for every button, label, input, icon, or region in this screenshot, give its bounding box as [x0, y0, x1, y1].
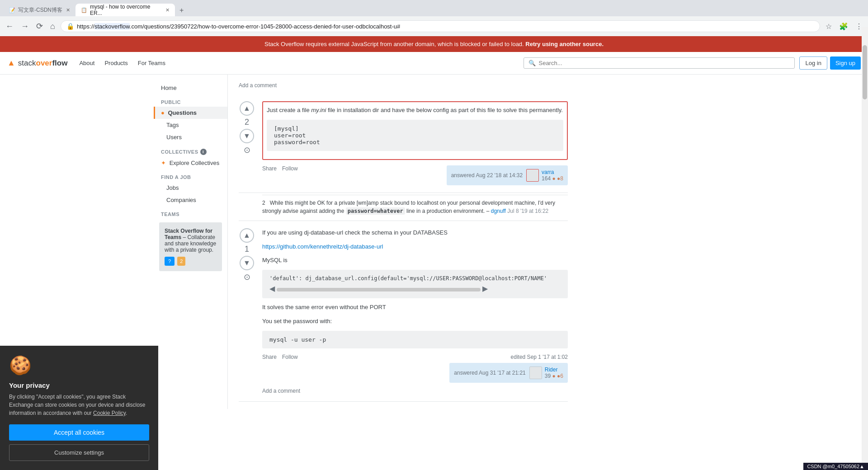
scroll-left-icon[interactable]: ◀: [269, 284, 275, 293]
sidebar-item-jobs[interactable]: Jobs: [154, 182, 227, 194]
answer3-date: answered Aug 31 '17 at 21:21: [454, 370, 525, 376]
answer3-code2: mysql -u user -p: [262, 331, 568, 348]
scroll-right-icon[interactable]: ▶: [482, 284, 488, 293]
cookie-banner: 🍪 Your privacy By clicking "Accept all c…: [0, 346, 158, 409]
answer3-edited: edited Sep 1 '17 at 1:02: [511, 354, 568, 360]
create-team-button[interactable]: ?: [165, 257, 175, 266]
login-button[interactable]: Log in: [799, 56, 827, 70]
answer1-avatar: [526, 169, 539, 182]
so-logo-icon: ▲: [7, 58, 15, 68]
browser-tab-1[interactable]: 📝 写文章-CSDN博客 ✕: [4, 4, 75, 16]
collectives-info-icon: i: [200, 149, 207, 155]
browser-tab-2[interactable]: 📋 mysql - how to overcome ER... ✕: [75, 4, 175, 16]
answer3-body: If you are using dj-database-url check t…: [262, 228, 568, 394]
ssl-lock-icon: 🔒: [66, 23, 74, 30]
share-link-3[interactable]: Share: [262, 354, 277, 360]
answer3-add-comment: Add a comment: [262, 387, 568, 394]
collectives-icon: ✦: [161, 160, 166, 166]
tab1-favicon: 📝: [9, 7, 15, 13]
answer1-username[interactable]: varra: [542, 169, 563, 175]
team-badge: 2: [177, 257, 185, 266]
so-logo-text: stackoverflow: [18, 59, 68, 68]
answer3-text1: It solves the same error even without th…: [262, 303, 568, 312]
nav-for-teams[interactable]: For Teams: [133, 57, 170, 69]
sidebar-item-users[interactable]: Users: [154, 131, 227, 143]
sidebar-item-explore-collectives[interactable]: ✦ Explore Collectives: [154, 157, 227, 169]
answer3-code: 'default': dj_database_url.config(defaul…: [269, 275, 561, 282]
top-add-comment: Add a comment: [239, 82, 568, 89]
answer3-actions: Share Follow: [262, 354, 298, 360]
search-input[interactable]: [538, 60, 790, 66]
add-comment-link-3[interactable]: Add a comment: [262, 386, 300, 396]
sidebar-item-questions[interactable]: ● Questions: [154, 107, 227, 119]
downvote-button-1[interactable]: ▼: [240, 129, 254, 143]
tab2-close[interactable]: ✕: [165, 7, 170, 13]
tab1-close[interactable]: ✕: [66, 7, 70, 13]
follow-link-3[interactable]: Follow: [282, 354, 298, 360]
horizontal-scrollbar[interactable]: [277, 288, 481, 291]
bookmark-button-3[interactable]: ⊙: [244, 272, 250, 282]
reload-button[interactable]: ⟳: [34, 19, 45, 33]
address-bar[interactable]: 🔒 https://stackoverflow.com/questions/23…: [61, 20, 820, 32]
answer3-text2: You set the password with:: [262, 317, 568, 326]
answer3-avatar: [529, 367, 542, 379]
answer1-intro: Just create a file my.ini file in instal…: [267, 106, 563, 115]
teams-promo-title: Stack Overflow for Teams – Collaborate a…: [165, 228, 217, 253]
nav-about[interactable]: About: [75, 57, 99, 69]
bookmark-icon[interactable]: ☆: [824, 20, 834, 33]
teams-promo-buttons: ? 2: [165, 257, 217, 266]
answer3-code-block: 'default': dj_database_url.config(defaul…: [262, 270, 568, 298]
answer3-mysql-is: MySQL is: [262, 256, 568, 265]
add-comment-link-top[interactable]: Add a comment: [239, 80, 277, 90]
alert-text: Stack Overflow requires external JavaScr…: [264, 41, 524, 47]
comment1-user[interactable]: dgnuff: [491, 208, 506, 214]
tab2-title: mysql - how to overcome ER...: [90, 4, 162, 16]
sidebar-item-home[interactable]: Home: [154, 82, 227, 94]
sidebar-questions-label: Questions: [168, 109, 197, 116]
answer3-username[interactable]: Rider: [545, 367, 563, 373]
main-content: Add a comment ▲ 2 ▼ ⊙ Just create a file…: [228, 75, 579, 409]
scrollbar-right[interactable]: [862, 27, 868, 409]
nav-products[interactable]: Products: [100, 57, 132, 69]
forward-button[interactable]: →: [19, 20, 31, 33]
home-button[interactable]: ⌂: [48, 20, 57, 33]
sidebar-section-public: PUBLIC: [154, 94, 227, 107]
signup-button[interactable]: Sign up: [830, 56, 861, 70]
cookie-icon: 🍪: [9, 355, 149, 376]
bookmark-button-1[interactable]: ⊙: [244, 145, 250, 155]
sidebar-item-companies[interactable]: Companies: [154, 194, 227, 206]
header-buttons: Log in Sign up: [799, 56, 861, 70]
follow-link-1[interactable]: Follow: [282, 165, 298, 172]
answer3-meta: answered Aug 31 '17 at 21:21 Rider 39 ● …: [449, 363, 568, 383]
url-display: https://stackoverflow.com/questions/2395…: [77, 23, 814, 30]
answer-3: ▲ 1 ▼ ⊙ If you are using dj-database-url…: [239, 221, 568, 402]
sidebar-section-teams: TEAMS: [154, 206, 227, 219]
so-logo[interactable]: ▲ stackoverflow: [7, 58, 67, 68]
filename: my.ini: [311, 107, 326, 113]
answer-body-1: Just create a file my.ini file in instal…: [262, 101, 568, 185]
answer1-user-card: varra 164 ● ●8: [526, 169, 563, 182]
extensions-icon[interactable]: 🧩: [837, 20, 850, 33]
scrollbar-thumb[interactable]: [863, 45, 867, 99]
comment-1: 2 While this might be OK for a private […: [262, 195, 568, 217]
answer3-link[interactable]: https://github.com/kennethreitz/dj-datab…: [262, 243, 383, 250]
sidebar-item-tags[interactable]: Tags: [154, 119, 227, 131]
so-body: Home PUBLIC ● Questions Tags Users COLLE…: [154, 75, 714, 409]
search-bar[interactable]: 🔍: [524, 57, 795, 69]
answer3-footer: Share Follow edited Sep 1 '17 at 1:02 an…: [262, 354, 568, 383]
sidebar: Home PUBLIC ● Questions Tags Users COLLE…: [154, 75, 228, 409]
new-tab-button[interactable]: +: [175, 5, 188, 16]
answer1-actions: Share Follow: [262, 165, 298, 172]
upvote-button-1[interactable]: ▲: [240, 101, 254, 116]
highlighted-answer-box: Just create a file my.ini file in instal…: [262, 101, 568, 160]
vote-count-1: 2: [245, 118, 249, 127]
upvote-button-3[interactable]: ▲: [240, 228, 254, 243]
comment1-date: Jul 8 '19 at 16:22: [507, 208, 548, 214]
share-link-1[interactable]: Share: [262, 165, 277, 172]
back-button[interactable]: ←: [4, 20, 15, 33]
code-scroll-controls: ◀ ▶: [269, 284, 561, 293]
downvote-button-3[interactable]: ▼: [240, 256, 254, 270]
answer3-intro: If you are using dj-database-url check t…: [262, 228, 568, 238]
bronze-badge-3: ● ●6: [552, 373, 563, 379]
alert-retry-link[interactable]: Retry using another source.: [525, 41, 604, 47]
